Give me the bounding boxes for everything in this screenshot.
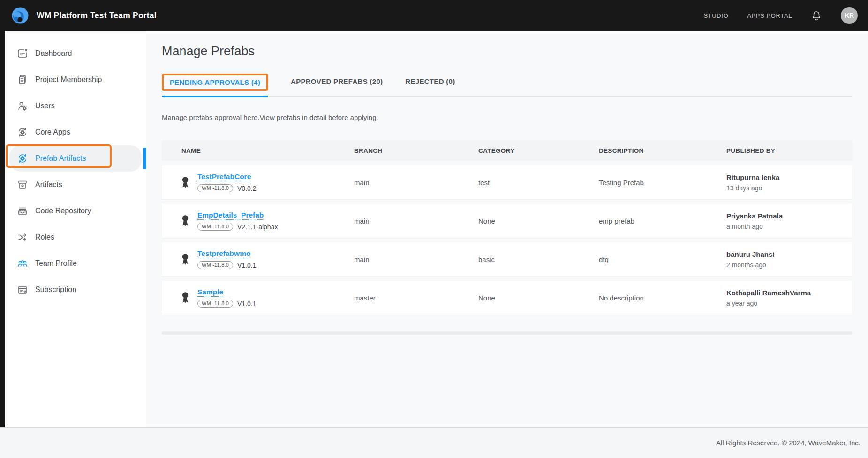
description-cell: emp prefab	[599, 217, 726, 225]
core-apps-icon	[17, 127, 28, 138]
sidebar-item-label: Core Apps	[35, 128, 70, 136]
active-item-indicator-bar	[143, 148, 146, 169]
name-meta: WM -11.8.0 V1.0.1	[197, 300, 257, 308]
published-date: a year ago	[726, 300, 852, 307]
tab-label: PENDING APPROVALS (4)	[170, 78, 260, 86]
apps-portal-link[interactable]: APPS PORTAL	[747, 12, 792, 19]
team-profile-icon	[17, 258, 28, 269]
name-stack: Testprefabwmo WM -11.8.0 V1.0.1	[197, 249, 257, 269]
description-cell: No description	[599, 294, 726, 302]
table-header-row: NAME BRANCH CATEGORY DESCRIPTION PUBLISH…	[162, 140, 852, 161]
prefab-name-link[interactable]: TestPrefabCore	[197, 173, 251, 181]
tab-bar: PENDING APPROVALS (4) APPROVED PREFABS (…	[162, 69, 852, 97]
description-cell: Testing Prefab	[599, 179, 726, 187]
tab-approved-prefabs[interactable]: APPROVED PREFABS (20)	[291, 73, 383, 93]
sidebar-item-roles[interactable]: Roles	[9, 224, 142, 250]
project-membership-icon	[17, 74, 28, 85]
prefab-badge-icon	[181, 253, 190, 266]
copyright-text: All Rights Reserved. © 2024, WaveMaker, …	[716, 439, 860, 447]
platform-version-chip: WM -11.8.0	[197, 223, 233, 231]
column-header-name: NAME	[162, 147, 354, 154]
roles-icon	[17, 232, 28, 243]
category-cell: None	[478, 217, 599, 225]
column-header-published-by: PUBLISHED BY	[726, 147, 852, 154]
branch-cell: main	[354, 179, 478, 187]
tab-pending-approvals[interactable]: PENDING APPROVALS (4)	[162, 69, 268, 97]
sidebar-item-label: Prefab Artifacts	[35, 154, 86, 163]
platform-version-chip: WM -11.8.0	[197, 184, 233, 192]
branch-cell: main	[354, 217, 478, 225]
code-repository-icon	[17, 205, 28, 217]
platform-version-chip: WM -11.8.0	[197, 261, 233, 269]
main-content: Manage Prefabs PENDING APPROVALS (4) APP…	[146, 31, 868, 427]
prefab-name-link[interactable]: Testprefabwmo	[197, 249, 250, 258]
wavemaker-logo-icon	[10, 6, 30, 25]
published-date: 13 days ago	[726, 184, 852, 192]
sidebar-item-label: Subscription	[35, 285, 76, 294]
name-meta: WM -11.8.0 V2.1.1-alphax	[197, 223, 278, 231]
name-stack: EmpDetails_Prefab WM -11.8.0 V2.1.1-alph…	[197, 211, 278, 231]
prefab-version: V1.0.1	[237, 262, 256, 269]
published-by-cell: banuru Jhansi 2 months ago	[726, 250, 852, 269]
sidebar-item-label: Dashboard	[35, 49, 72, 58]
sidebar-item-code-repository[interactable]: Code Repository	[9, 198, 142, 224]
sidebar-item-team-profile[interactable]: Team Profile	[9, 250, 142, 277]
category-cell: basic	[478, 255, 599, 263]
table-row: Testprefabwmo WM -11.8.0 V1.0.1 main bas…	[162, 242, 852, 276]
sidebar-item-users[interactable]: Users	[9, 93, 142, 119]
tab-rejected[interactable]: REJECTED (0)	[405, 73, 455, 93]
avatar[interactable]: KR	[841, 7, 858, 24]
name-meta: WM -11.8.0 V0.0.2	[197, 184, 257, 192]
sidebar-item-prefab-artifacts[interactable]: Prefab Artifacts	[9, 145, 142, 172]
app-footer: All Rights Reserved. © 2024, WaveMaker, …	[0, 427, 868, 458]
publisher-name: Priyanka Patnala	[726, 212, 852, 220]
name-meta: WM -11.8.0 V1.0.1	[197, 261, 257, 269]
sidebar-item-dashboard[interactable]: Dashboard	[9, 40, 142, 67]
sidebar-item-label: Artifacts	[35, 180, 62, 189]
sidebar-item-project-membership[interactable]: Project Membership	[9, 67, 142, 93]
category-cell: test	[478, 179, 599, 187]
column-header-description: DESCRIPTION	[599, 147, 726, 154]
name-cell: EmpDetails_Prefab WM -11.8.0 V2.1.1-alph…	[162, 211, 354, 231]
name-cell: TestPrefabCore WM -11.8.0 V0.0.2	[162, 173, 354, 192]
prefab-name-link[interactable]: EmpDetails_Prefab	[197, 211, 264, 220]
sidebar-item-subscription[interactable]: Subscription	[9, 277, 142, 303]
name-cell: Sample WM -11.8.0 V1.0.1	[162, 288, 354, 308]
prefab-version: V2.1.1-alphax	[237, 223, 278, 231]
published-by-cell: Priyanka Patnala a month ago	[726, 212, 852, 230]
table-row: EmpDetails_Prefab WM -11.8.0 V2.1.1-alph…	[162, 204, 852, 238]
sidebar-item-core-apps[interactable]: Core Apps	[9, 119, 142, 145]
subscription-icon	[17, 284, 28, 295]
publisher-name: Ritupurna lenka	[726, 173, 852, 181]
app-header: WM Platform Test Team Portal STUDIO APPS…	[0, 0, 868, 31]
prefab-badge-icon	[181, 214, 190, 227]
prefab-name-link[interactable]: Sample	[197, 288, 223, 297]
prefabs-table: NAME BRANCH CATEGORY DESCRIPTION PUBLISH…	[162, 140, 852, 315]
category-cell: None	[478, 294, 599, 302]
sidebar-item-label: Code Repository	[35, 207, 91, 215]
name-stack: Sample WM -11.8.0 V1.0.1	[197, 288, 257, 308]
publisher-name: banuru Jhansi	[726, 250, 852, 258]
column-header-branch: BRANCH	[354, 147, 478, 154]
sidebar-item-label: Roles	[35, 233, 54, 241]
published-date: 2 months ago	[726, 261, 852, 269]
sidebar-item-label: Project Membership	[35, 75, 102, 84]
page-description: Manage prefabs approval here.View prefab…	[162, 113, 868, 121]
branch-cell: master	[354, 294, 478, 302]
pending-approvals-highlight-box: PENDING APPROVALS (4)	[162, 74, 268, 91]
sidebar-item-artifacts[interactable]: Artifacts	[9, 172, 142, 198]
studio-link[interactable]: STUDIO	[704, 12, 729, 19]
prefab-artifacts-icon	[17, 153, 28, 164]
table-row: Sample WM -11.8.0 V1.0.1 master None No …	[162, 281, 852, 315]
published-by-cell: Kothapalli RameshVarma a year ago	[726, 289, 852, 307]
published-by-cell: Ritupurna lenka 13 days ago	[726, 173, 852, 192]
prefab-badge-icon	[181, 176, 190, 189]
publisher-name: Kothapalli RameshVarma	[726, 289, 852, 297]
bell-icon[interactable]	[811, 10, 822, 21]
name-cell: Testprefabwmo WM -11.8.0 V1.0.1	[162, 249, 354, 269]
dashboard-icon	[17, 48, 28, 59]
published-date: a month ago	[726, 223, 852, 230]
list-end-divider	[162, 331, 852, 335]
prefab-version: V0.0.2	[237, 185, 256, 192]
column-header-category: CATEGORY	[478, 147, 599, 154]
